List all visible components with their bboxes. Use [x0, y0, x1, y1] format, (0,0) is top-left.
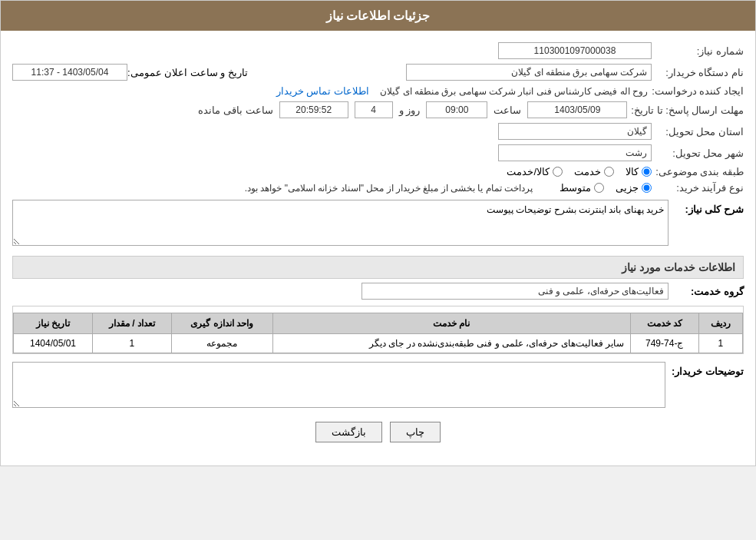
- page-container: جزئیات اطلاعات نیاز شماره نیاز: نام دستگ…: [0, 0, 756, 466]
- response-time-input[interactable]: [426, 101, 487, 118]
- response-remaining-input[interactable]: [279, 101, 348, 118]
- purchase-type-area: متوسط جزیی پرداخت تمام یا بخشی از مبلغ خ…: [12, 182, 652, 194]
- back-button[interactable]: بازگشت: [315, 422, 382, 442]
- response-date-input[interactable]: [527, 101, 627, 118]
- province-input[interactable]: [498, 123, 652, 140]
- city-input[interactable]: [498, 144, 652, 161]
- table-header-row: ردیف کد خدمت نام خدمت واحد اندازه گیری ت…: [14, 313, 743, 334]
- cell-code: ج-74-749: [630, 334, 698, 353]
- need-desc-textarea[interactable]: خرید پهنای باند اینترنت بشرح توضیحات پیو…: [12, 200, 669, 246]
- radio-jozi-item: جزیی: [616, 182, 652, 194]
- response-deadline-row: مهلت ارسال پاسخ: تا تاریخ: ساعت روز و سا…: [12, 101, 744, 118]
- cell-unit: مجموعه: [171, 334, 272, 353]
- services-table-container: ردیف کد خدمت نام خدمت واحد اندازه گیری ت…: [12, 306, 744, 354]
- radio-khedmat-item: خدمت: [574, 166, 614, 177]
- city-value-container: [12, 144, 652, 161]
- page-header: جزئیات اطلاعات نیاز: [1, 1, 755, 31]
- announcement-date-input[interactable]: [12, 64, 127, 81]
- need-number-value-container: [12, 42, 652, 59]
- radio-motavaset-item: متوسط: [560, 182, 604, 194]
- province-value-container: [12, 123, 652, 140]
- col-code-header: کد خدمت: [630, 313, 698, 334]
- need-desc-content: خرید پهنای باند اینترنت بشرح توضیحات پیو…: [12, 200, 669, 248]
- purchase-type-row: نوع فرآیند خرید: متوسط جزیی پرداخت تمام …: [12, 182, 744, 194]
- creator-value-container: روح اله فیضی کارشناس فنی انبار شرکت سهام…: [12, 85, 648, 97]
- radio-kala-item: کالا: [626, 166, 652, 177]
- response-days-label: روز و: [399, 104, 421, 116]
- response-deadline-label: مهلت ارسال پاسخ: تا تاریخ:: [627, 104, 744, 116]
- services-table: ردیف کد خدمت نام خدمت واحد اندازه گیری ت…: [13, 313, 743, 353]
- org-name-label: نام دستگاه خریدار:: [652, 67, 744, 78]
- category-row: طبقه بندی موضوعی: کالا/خدمت خدمت کالا: [12, 166, 744, 177]
- col-qty-header: تعداد / مقدار: [92, 313, 171, 334]
- buyer-desc-section: توضیحات خریدار:: [12, 362, 744, 410]
- category-radio-group: کالا/خدمت خدمت کالا: [507, 166, 652, 177]
- city-label: شهر محل تحویل:: [652, 147, 744, 159]
- radio-kala-khedmat[interactable]: [553, 167, 563, 177]
- col-unit-header: واحد اندازه گیری: [171, 313, 272, 334]
- province-row: استان محل تحویل:: [12, 123, 744, 140]
- radio-kala-label: کالا: [626, 166, 639, 177]
- purchase-type-radio-group: متوسط جزیی: [560, 182, 652, 194]
- org-name-row: نام دستگاه خریدار: تاریخ و ساعت اعلان عم…: [12, 64, 744, 81]
- services-section-header: اطلاعات خدمات مورد نیاز: [12, 256, 744, 279]
- buyer-desc-label: توضیحات خریدار:: [672, 362, 744, 377]
- service-group-label: گروه خدمت:: [675, 286, 744, 297]
- radio-motavaset[interactable]: [594, 183, 604, 193]
- radio-khedmat[interactable]: [604, 167, 614, 177]
- col-date-header: تاریخ نیاز: [14, 313, 93, 334]
- radio-jozi[interactable]: [642, 183, 652, 193]
- radio-kala-khedmat-item: کالا/خدمت: [507, 166, 563, 177]
- category-label: طبقه بندی موضوعی:: [652, 166, 744, 177]
- radio-kala-khedmat-label: کالا/خدمت: [507, 166, 550, 177]
- city-row: شهر محل تحویل:: [12, 144, 744, 161]
- service-group-row: گروه خدمت:: [12, 283, 744, 300]
- need-desc-label: شرح کلی نیاز:: [675, 200, 744, 215]
- page-title: جزئیات اطلاعات نیاز: [326, 9, 431, 22]
- buyer-desc-textarea[interactable]: [12, 362, 665, 408]
- purchase-type-label: نوع فرآیند خرید:: [652, 182, 744, 194]
- cell-name: سایر فعالیت‌های حرفه‌ای، علمی و فنی طبقه…: [272, 334, 630, 353]
- content-area: شماره نیاز: نام دستگاه خریدار: تاریخ و س…: [1, 31, 755, 465]
- need-number-row: شماره نیاز:: [12, 42, 744, 59]
- col-row-header: ردیف: [698, 313, 742, 334]
- service-group-input[interactable]: [361, 283, 669, 300]
- response-deadline-values: ساعت روز و ساعت باقی مانده: [12, 101, 627, 118]
- announcement-date-label: تاریخ و ساعت اعلان عمومی:: [127, 67, 248, 78]
- creator-label: ایجاد کننده درخواست:: [648, 85, 744, 97]
- need-desc-section: شرح کلی نیاز: خرید پهنای باند اینترنت بش…: [12, 200, 744, 248]
- response-days-input[interactable]: [355, 101, 393, 118]
- radio-motavaset-label: متوسط: [560, 182, 591, 194]
- need-number-input[interactable]: [498, 42, 652, 59]
- cell-date: 1404/05/01: [14, 334, 93, 353]
- need-number-label: شماره نیاز:: [652, 45, 744, 57]
- col-name-header: نام خدمت: [272, 313, 630, 334]
- response-time-label: ساعت: [494, 104, 521, 116]
- table-row: 1 ج-74-749 سایر فعالیت‌های حرفه‌ای، علمی…: [14, 334, 743, 353]
- org-name-input[interactable]: [406, 64, 652, 81]
- response-remaining-label: ساعت باقی مانده: [198, 104, 272, 116]
- province-label: استان محل تحویل:: [652, 126, 744, 137]
- radio-khedmat-label: خدمت: [574, 166, 601, 177]
- cell-row: 1: [698, 334, 742, 353]
- org-name-value-container: [256, 64, 652, 81]
- creator-row: ایجاد کننده درخواست: روح اله فیضی کارشنا…: [12, 85, 744, 97]
- radio-kala[interactable]: [642, 167, 652, 177]
- print-button[interactable]: چاپ: [390, 422, 441, 442]
- buyer-desc-content: [12, 362, 665, 410]
- bottom-buttons: چاپ بازگشت: [12, 410, 744, 454]
- radio-jozi-label: جزیی: [616, 182, 639, 194]
- purchase-note: پرداخت تمام یا بخشی از مبلغ خریدار از مح…: [245, 183, 533, 194]
- contact-link[interactable]: اطلاعات تماس خریدار: [276, 85, 369, 97]
- cell-qty: 1: [92, 334, 171, 353]
- creator-text: روح اله فیضی کارشناس فنی انبار شرکت سهام…: [380, 86, 648, 97]
